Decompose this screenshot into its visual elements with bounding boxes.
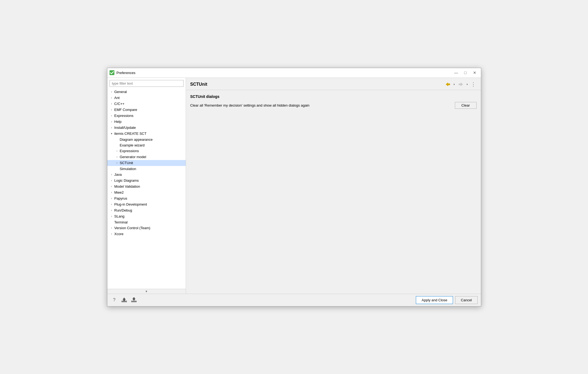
svg-marker-2 [459,82,463,86]
nav-forward-button[interactable] [457,81,465,88]
svg-rect-6 [131,301,137,301]
sidebar-item-label: C/C++ [114,102,125,106]
footer-right: Apply and Close Cancel [416,296,477,304]
sidebar-item-help[interactable]: ›Help [107,119,186,125]
main-panel: SCTUnit ▾ ▾ ⋮ [186,78,481,294]
chevron-right-icon: › [110,102,114,106]
sidebar-item-label: General [114,90,127,94]
nav-back-button[interactable] [444,81,452,88]
help-button[interactable]: ? [111,297,118,303]
chevron-right-icon: › [110,108,114,112]
close-button[interactable]: ✕ [471,69,479,76]
sidebar-item-general[interactable]: ›General [107,89,186,95]
sidebar-item-emf-compare[interactable]: ›EMF Compare [107,107,186,113]
sidebar-item-model-validation[interactable]: ›Model Validation [107,184,186,190]
minimize-button[interactable]: — [452,69,460,76]
chevron-right-icon: › [110,96,114,100]
chevron-right-icon: › [110,184,114,189]
sidebar-item-diagram-appearance[interactable]: Diagram appearance [107,137,186,142]
window-title: Preferences [117,71,452,75]
chevron-right-icon: › [115,161,119,165]
cancel-button[interactable]: Cancel [455,296,477,304]
nav-forward-dropdown[interactable]: ▾ [465,81,470,88]
clear-row-text: Clear all 'Remember my decision' setting… [190,103,310,107]
chevron-right-icon: › [110,178,114,183]
chevron-right-icon: › [115,155,119,159]
sidebar-item-label: Mwe2 [114,190,124,194]
sidebar-item-plugin-dev[interactable]: ›Plug-in Development [107,202,186,207]
sidebar-item-label: Example wizard [120,143,145,147]
import-icon [121,298,127,302]
svg-marker-8 [132,298,136,301]
sidebar: ›General›Ant›C/C++›EMF Compare›Expressio… [107,78,186,294]
clear-button[interactable]: Clear [455,102,477,109]
sidebar-item-label: Model Validation [114,184,140,188]
page-title: SCTUnit [190,82,444,87]
sidebar-item-label: Simulation [120,167,136,171]
footer-left: ? [111,297,138,303]
chevron-right-icon: › [110,172,114,177]
help-icon: ? [113,298,115,302]
export-button[interactable] [130,297,138,303]
sidebar-item-label: Java [114,172,122,177]
sidebar-item-expressions[interactable]: ›Expressions [107,113,186,119]
sidebar-item-label: Diagram appearance [120,138,153,142]
preferences-window: Preferences — □ ✕ ›General›Ant›C/C++›EMF… [107,68,481,306]
section-title: SCTUnit dialogs [190,94,477,99]
sidebar-item-run-debug[interactable]: ›Run/Debug [107,207,186,213]
sidebar-item-label: Run/Debug [114,208,132,212]
sidebar-item-mwe2[interactable]: ›Mwe2 [107,190,186,196]
chevron-right-icon: › [115,149,119,153]
nav-back-dropdown[interactable]: ▾ [452,81,457,88]
sidebar-item-papyrus[interactable]: ›Papyrus [107,196,186,202]
export-icon [131,298,137,302]
sidebar-item-simulation[interactable]: Simulation [107,166,186,172]
sidebar-item-install-update[interactable]: ›Install/Update [107,125,186,131]
scroll-down-arrow[interactable]: ▼ [107,289,186,294]
chevron-right-icon: › [110,202,114,207]
sidebar-item-label: itemis CREATE SCT [114,132,147,136]
chevron-right-icon: › [110,190,114,195]
sidebar-item-label: Install/Update [114,126,136,130]
sidebar-item-label: Version Control (Team) [114,226,150,230]
footer: ? Apply and Close Cancel [107,294,481,306]
svg-rect-7 [131,302,137,302]
forward-icon [459,82,463,86]
clear-row: Clear all 'Remember my decision' setting… [190,102,477,109]
content-area: ›General›Ant›C/C++›EMF Compare›Expressio… [107,78,481,294]
main-header: SCTUnit ▾ ▾ ⋮ [186,78,481,90]
sidebar-item-expressions-sub[interactable]: ›Expressions [107,148,186,154]
svg-marker-1 [446,82,450,86]
chevron-right-icon: › [110,226,114,230]
apply-close-button[interactable]: Apply and Close [416,296,453,304]
import-button[interactable] [120,297,128,303]
filter-input[interactable] [110,80,184,87]
chevron-right-icon: › [110,214,114,219]
sidebar-item-label: Plug-in Development [114,202,147,206]
sidebar-item-label: SLang [114,214,125,218]
chevron-down-icon: ▾ [110,132,114,136]
window-controls: — □ ✕ [452,69,479,76]
sidebar-item-label: Ant [114,96,120,100]
sidebar-item-slang[interactable]: ›SLang [107,213,186,219]
app-icon [110,70,114,75]
sidebar-item-label: Terminal [114,220,128,224]
title-bar: Preferences — □ ✕ [107,68,481,78]
maximize-button[interactable]: □ [461,69,470,76]
chevron-right-icon: › [110,114,114,118]
sidebar-item-generator-model[interactable]: ›Generator model [107,154,186,160]
sidebar-item-logic-diagrams[interactable]: ›Logic Diagrams [107,178,186,184]
sidebar-item-cpp[interactable]: ›C/C++ [107,101,186,107]
sidebar-item-itemis-create-sct[interactable]: ▾itemis CREATE SCT [107,131,186,137]
sidebar-item-java[interactable]: ›Java [107,172,186,178]
header-actions: ▾ ▾ ⋮ [444,81,477,88]
sidebar-item-sctunit[interactable]: ›SCTUnit [107,160,186,166]
sidebar-item-ant[interactable]: ›Ant [107,95,186,101]
more-options-button[interactable]: ⋮ [470,81,477,88]
sidebar-item-example-wizard[interactable]: Example wizard [107,142,186,148]
chevron-right-icon: › [110,208,114,213]
sidebar-item-xcore[interactable]: ›Xcore [107,231,186,237]
sidebar-item-version-control[interactable]: ›Version Control (Team) [107,225,186,231]
sidebar-item-terminal[interactable]: Terminal [107,219,186,225]
sidebar-item-label: Xcore [114,232,124,236]
